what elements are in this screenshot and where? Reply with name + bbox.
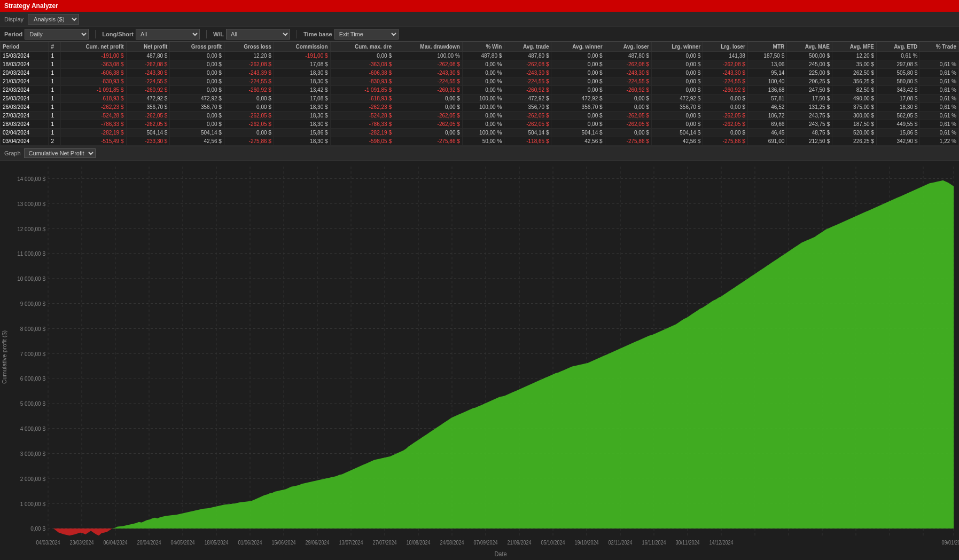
table-cell: 472,92 $ [651, 94, 703, 103]
table-cell: 356,25 $ [832, 77, 877, 86]
table-cell: 46,52 [747, 103, 786, 112]
table-cell: 50,00 % [462, 137, 504, 146]
table-cell: 12,20 $ [224, 52, 274, 60]
table-cell: -275,86 $ [394, 137, 462, 146]
col-gross-loss: Gross loss [224, 42, 274, 52]
table-cell: -275,86 $ [605, 137, 651, 146]
table-cell: 504,14 $ [170, 129, 224, 137]
table-cell: -282,19 $ [60, 129, 126, 137]
svg-text:6 000,00 $: 6 000,00 $ [20, 375, 45, 382]
table-cell: 0,61 % [920, 86, 959, 94]
timebase-select[interactable]: Exit Time Entry Time [334, 29, 399, 40]
table-cell: 449,55 $ [877, 120, 920, 129]
table-cell: -260,92 $ [224, 86, 274, 94]
table-cell: 505,80 $ [877, 69, 920, 77]
table-cell: 18,30 $ [274, 120, 330, 129]
table-cell: -262,05 $ [504, 120, 551, 129]
table-cell: 35,00 $ [832, 60, 877, 69]
graph-label: Graph [4, 150, 21, 156]
period-select[interactable]: Daily Weekly Monthly [25, 29, 89, 40]
svg-text:18/05/2024: 18/05/2024 [205, 540, 229, 546]
table-cell: -830,93 $ [330, 77, 394, 86]
table-cell: 580,80 $ [877, 77, 920, 86]
table-cell: 1 [49, 129, 60, 137]
table-cell: 100,00 % [462, 94, 504, 103]
table-cell: 0,00 % [462, 77, 504, 86]
svg-text:04/05/2024: 04/05/2024 [171, 540, 196, 546]
col-avg-mae: Avg. MAE [787, 42, 832, 52]
table-cell: -262,05 $ [224, 120, 274, 129]
table-cell: 18,30 $ [274, 103, 330, 112]
table-cell: 0,61 % [920, 112, 959, 120]
table-cell: 0,00 $ [703, 94, 748, 103]
table-cell: 520,00 $ [832, 129, 877, 137]
table-cell: 03/04/2024 [1, 137, 49, 146]
table-cell: 48,75 $ [787, 129, 832, 137]
table-cell: 28/03/2024 [1, 120, 49, 129]
table-cell: -224,55 $ [703, 77, 748, 86]
wl-select[interactable]: All Winners Losers [226, 29, 290, 40]
table-cell: 0,61 % [920, 103, 959, 112]
table-cell: 0,00 $ [394, 129, 462, 137]
table-cell: 500,00 $ [787, 52, 832, 60]
table-row: 26/03/20241-262,23 $356,70 $356,70 $0,00… [1, 103, 959, 112]
table-cell: 225,00 $ [787, 69, 832, 77]
svg-text:20/04/2024: 20/04/2024 [137, 540, 162, 546]
svg-text:21/09/2024: 21/09/2024 [508, 540, 532, 546]
table-row: 20/03/20241-606,38 $-243,30 $0,00 $-243,… [1, 69, 959, 77]
table-row: 18/03/20241-363,08 $-262,08 $0,00 $-262,… [1, 60, 959, 69]
table-cell: 0,61 % [920, 120, 959, 129]
graph-dropdown[interactable]: Cumulative Net Profit Net Profit % Win [24, 148, 96, 158]
table-cell: -243,39 $ [224, 69, 274, 77]
table-cell: -224,55 $ [605, 77, 651, 86]
table-cell: 18,30 $ [274, 69, 330, 77]
table-cell: 212,50 $ [787, 137, 832, 146]
app-title: Strategy Analyzer [4, 2, 58, 10]
col-avg-trade: Avg. trade [504, 42, 551, 52]
table-cell: 0,00 $ [170, 52, 224, 60]
header-bar: Strategy Analyzer [0, 0, 959, 12]
svg-text:2 000,00 $: 2 000,00 $ [20, 475, 45, 482]
svg-text:Date: Date [494, 550, 506, 558]
longshort-select[interactable]: All Long Short [136, 29, 200, 40]
table-cell: 17,08 $ [274, 60, 330, 69]
table-cell: 106,72 [747, 112, 786, 120]
table-cell: 17,08 $ [877, 94, 920, 103]
table-cell: -243,30 $ [605, 69, 651, 77]
svg-text:12 000,00 $: 12 000,00 $ [17, 225, 45, 232]
table-cell: 02/04/2024 [1, 129, 49, 137]
svg-text:09/01/2025: 09/01/2025 [942, 540, 959, 546]
table-cell: 12,20 $ [832, 52, 877, 60]
display-select[interactable]: Analysis ($) Analysis (%) Trades [28, 14, 79, 25]
table-cell: -524,28 $ [330, 112, 394, 120]
table-cell: 356,70 $ [651, 103, 703, 112]
col-avg-etd: Avg. ETD [877, 42, 920, 52]
table-cell: 472,92 $ [126, 94, 170, 103]
table-cell: -262,05 $ [605, 120, 651, 129]
table-cell: 18,30 $ [274, 77, 330, 86]
table-cell: 0,00 $ [651, 77, 703, 86]
svg-text:15/06/2024: 15/06/2024 [272, 540, 297, 546]
table-cell: 300,00 $ [832, 112, 877, 120]
table-cell: -262,05 $ [504, 112, 551, 120]
table-cell: 0,00 $ [551, 77, 605, 86]
table-cell: -262,08 $ [703, 60, 748, 69]
table-cell: 342,90 $ [877, 137, 920, 146]
table-cell: 18,30 $ [274, 137, 330, 146]
table-cell: 504,14 $ [126, 129, 170, 137]
table-cell: -262,23 $ [60, 103, 126, 112]
col-cum-max-draw: Cum. max. dre [330, 42, 394, 52]
table-cell: 356,70 $ [504, 103, 551, 112]
svg-text:0,00 $: 0,00 $ [30, 525, 45, 532]
svg-text:10/08/2024: 10/08/2024 [407, 540, 431, 546]
table-cell: 0,00 $ [605, 94, 651, 103]
table-cell: 504,14 $ [651, 129, 703, 137]
col-lrg-winner: Lrg. winner [651, 42, 703, 52]
table-cell: 17,50 $ [787, 94, 832, 103]
table-cell: -191,00 $ [274, 52, 330, 60]
table-row: 25/03/20241-618,93 $472,92 $472,92 $0,00… [1, 94, 959, 103]
table-cell: 262,50 $ [832, 69, 877, 77]
table-cell: 245,00 $ [787, 60, 832, 69]
table-cell: 0,00 % [462, 60, 504, 69]
svg-text:13/07/2024: 13/07/2024 [339, 540, 364, 546]
